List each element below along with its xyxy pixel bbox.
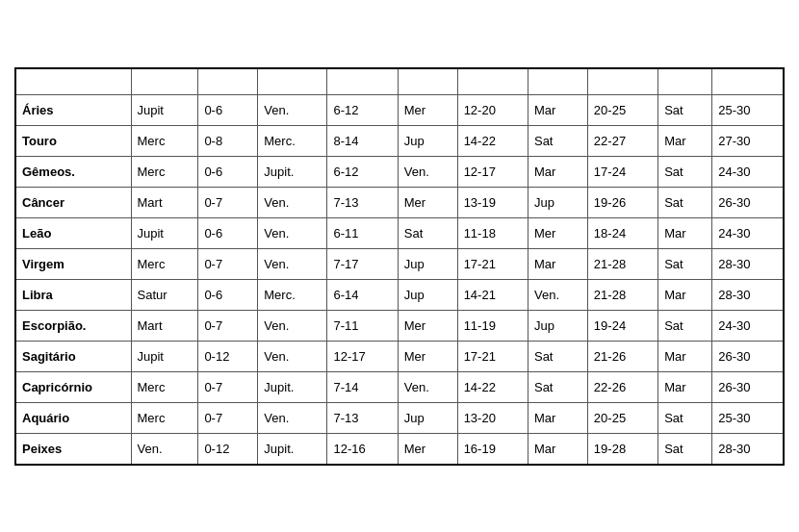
sign-cell: Áries: [15, 95, 131, 126]
data-cell-6: 11-18: [457, 218, 528, 249]
data-cell-8: 19-26: [587, 188, 657, 218]
data-cell-7: Jup: [528, 311, 587, 342]
data-cell-5: Mer: [398, 95, 457, 126]
data-cell-9: Sat: [658, 403, 712, 434]
data-cell-9: Sat: [658, 157, 712, 188]
header-c4: [327, 68, 398, 95]
sign-cell: Aquário: [15, 403, 131, 434]
data-cell-6: 11-19: [457, 311, 528, 342]
data-cell-2: 0-6: [198, 218, 258, 249]
data-cell-9: Mar: [658, 342, 712, 372]
table-row: LibraSatur0-6Merc.6-14Jup14-21Ven.21-28M…: [15, 280, 784, 311]
data-cell-2: 0-7: [198, 403, 258, 434]
sign-cell: Gêmeos.: [15, 157, 131, 188]
data-cell-6: 13-19: [457, 188, 528, 218]
table-row: TouroMerc0-8Merc.8-14Jup14-22Sat22-27Mar…: [15, 126, 784, 157]
data-cell-6: 12-20: [457, 95, 528, 126]
data-cell-4: 7-17: [327, 249, 398, 280]
data-cell-1: Ven.: [131, 434, 198, 465]
data-cell-6: 17-21: [457, 249, 528, 280]
main-container: ÁriesJupit0-6Ven.6-12Mer12-20Mar20-25Sat…: [5, 58, 794, 475]
data-cell-2: 0-7: [198, 249, 258, 280]
sign-cell: Touro: [15, 126, 131, 157]
data-cell-5: Ven.: [398, 157, 457, 188]
data-cell-5: Mer: [398, 342, 457, 372]
data-cell-7: Mer: [528, 218, 587, 249]
data-cell-8: 21-28: [587, 280, 657, 311]
data-cell-9: Sat: [658, 311, 712, 342]
header-c9: [658, 68, 712, 95]
data-cell-9: Mar: [658, 280, 712, 311]
data-cell-5: Jup: [398, 126, 457, 157]
data-cell-7: Sat: [528, 342, 587, 372]
header-c6: [457, 68, 528, 95]
data-cell-4: 6-14: [327, 280, 398, 311]
data-cell-7: Jup: [528, 188, 587, 218]
data-cell-10: 26-30: [712, 188, 784, 218]
data-cell-1: Mart: [131, 311, 198, 342]
sign-cell: Libra: [15, 280, 131, 311]
data-cell-9: Mar: [658, 218, 712, 249]
data-cell-10: 28-30: [712, 280, 784, 311]
data-cell-10: 25-30: [712, 95, 784, 126]
table-row: ÁriesJupit0-6Ven.6-12Mer12-20Mar20-25Sat…: [15, 95, 784, 126]
data-cell-7: Mar: [528, 249, 587, 280]
data-cell-4: 7-11: [327, 311, 398, 342]
data-cell-7: Sat: [528, 126, 587, 157]
data-cell-3: Ven.: [258, 188, 327, 218]
data-cell-10: 28-30: [712, 249, 784, 280]
data-cell-3: Ven.: [258, 403, 327, 434]
data-cell-4: 7-13: [327, 403, 398, 434]
data-cell-7: Mar: [528, 403, 587, 434]
data-cell-10: 24-30: [712, 157, 784, 188]
table-row: Gêmeos.Merc0-6Jupit.6-12Ven.12-17Mar17-2…: [15, 157, 784, 188]
data-cell-3: Ven.: [258, 342, 327, 372]
table-row: Escorpião.Mart0-7Ven.7-11Mer11-19Jup19-2…: [15, 311, 784, 342]
header-c2: [198, 68, 258, 95]
data-cell-4: 7-13: [327, 188, 398, 218]
header-c8: [587, 68, 657, 95]
table-row: CâncerMart0-7Ven.7-13Mer13-19Jup19-26Sat…: [15, 188, 784, 218]
data-cell-10: 26-30: [712, 372, 784, 403]
header-c7: [528, 68, 587, 95]
data-cell-9: Sat: [658, 249, 712, 280]
data-cell-2: 0-6: [198, 280, 258, 311]
data-cell-5: Jup: [398, 403, 457, 434]
data-cell-7: Sat: [528, 372, 587, 403]
header-c5: [398, 68, 457, 95]
data-cell-2: 0-7: [198, 311, 258, 342]
sign-cell: Sagitário: [15, 342, 131, 372]
sign-cell: Escorpião.: [15, 311, 131, 342]
sign-cell: Virgem: [15, 249, 131, 280]
data-cell-4: 8-14: [327, 126, 398, 157]
data-cell-8: 21-28: [587, 249, 657, 280]
data-cell-5: Ven.: [398, 372, 457, 403]
data-cell-6: 13-20: [457, 403, 528, 434]
data-cell-1: Jupit: [131, 95, 198, 126]
table-row: AquárioMerc0-7Ven.7-13Jup13-20Mar20-25Sa…: [15, 403, 784, 434]
data-cell-1: Satur: [131, 280, 198, 311]
data-cell-5: Jup: [398, 280, 457, 311]
data-cell-2: 0-7: [198, 372, 258, 403]
data-cell-3: Jupit.: [258, 434, 327, 465]
data-cell-2: 0-12: [198, 434, 258, 465]
data-cell-1: Merc: [131, 157, 198, 188]
data-cell-8: 18-24: [587, 218, 657, 249]
sign-cell: Capricórnio: [15, 372, 131, 403]
data-cell-4: 7-14: [327, 372, 398, 403]
data-cell-3: Ven.: [258, 218, 327, 249]
data-cell-9: Mar: [658, 372, 712, 403]
data-cell-10: 27-30: [712, 126, 784, 157]
data-cell-2: 0-6: [198, 157, 258, 188]
data-cell-5: Mer: [398, 434, 457, 465]
table-row: PeixesVen.0-12Jupit.12-16Mer16-19Mar19-2…: [15, 434, 784, 465]
data-cell-2: 0-8: [198, 126, 258, 157]
header-row: [15, 68, 784, 95]
data-cell-7: Mar: [528, 95, 587, 126]
header-sign: [15, 68, 131, 95]
data-cell-2: 0-6: [198, 95, 258, 126]
data-cell-8: 21-26: [587, 342, 657, 372]
data-cell-8: 19-24: [587, 311, 657, 342]
data-cell-5: Jup: [398, 249, 457, 280]
data-cell-3: Ven.: [258, 249, 327, 280]
